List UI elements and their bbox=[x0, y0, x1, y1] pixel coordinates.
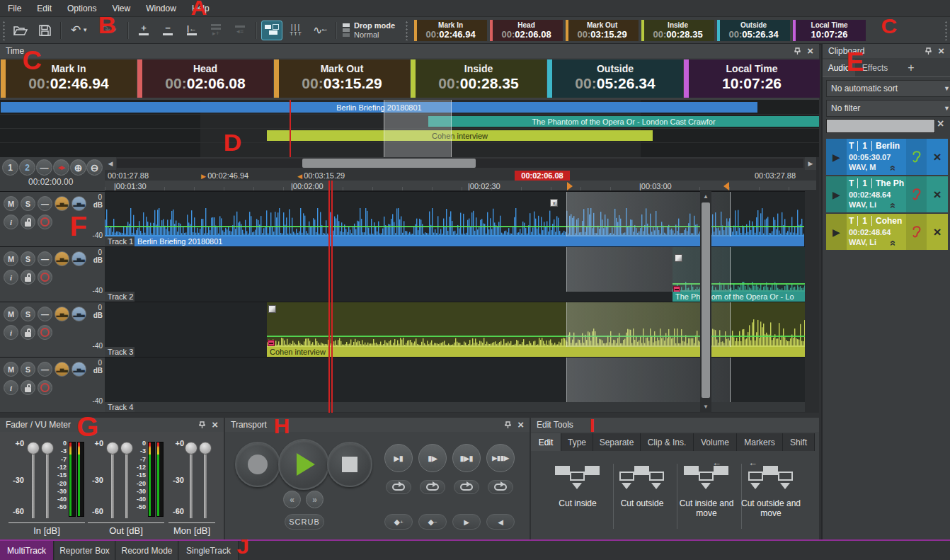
arrange-clips-button[interactable] bbox=[261, 21, 282, 40]
fader-in-left-track[interactable] bbox=[32, 447, 35, 518]
stop-button[interactable] bbox=[327, 442, 372, 487]
rewind-button[interactable]: « bbox=[283, 491, 301, 508]
fader-mon-left-knob[interactable] bbox=[185, 442, 198, 455]
play-selection-button[interactable]: ▮▶▮ bbox=[452, 444, 481, 472]
fader-mon-right-knob[interactable] bbox=[199, 442, 212, 455]
track4-solo-button[interactable]: S bbox=[21, 362, 35, 377]
clipboard-item-cohen[interactable]: ▶T1Cohen00:02:48.64WAV, Li«× bbox=[826, 214, 948, 250]
open-button[interactable] bbox=[10, 21, 31, 40]
remove-track-button[interactable]: − bbox=[157, 21, 178, 40]
track2-solo-button[interactable]: S bbox=[21, 251, 35, 266]
vscroll-up-button[interactable]: ▲ bbox=[700, 191, 711, 201]
track3-clip-handle[interactable] bbox=[268, 305, 276, 313]
clipboard-item-play-button[interactable]: ▶ bbox=[826, 176, 847, 212]
overview-clip-cohen[interactable]: Cohen interview bbox=[267, 130, 653, 141]
timeline-ruler[interactable]: |00:01:30 |00:02:00 |00:02:30 |00:03:00 bbox=[105, 181, 816, 191]
track1-mute-button[interactable]: M bbox=[4, 196, 18, 211]
clipboard-item-berlin[interactable]: ▶T1Berlin00:05:30.07WAV, M«× bbox=[826, 139, 948, 175]
tab-edit[interactable]: Edit bbox=[531, 433, 561, 451]
track1-record-arm-button[interactable] bbox=[38, 215, 52, 229]
prelisten-ear-button[interactable] bbox=[906, 214, 927, 250]
record-button[interactable] bbox=[235, 442, 280, 487]
pin-icon[interactable] bbox=[504, 421, 512, 429]
workspace-tab-multitrack[interactable]: MultiTrack bbox=[0, 541, 54, 560]
scroll-right-button[interactable]: ▶ bbox=[805, 157, 816, 170]
waveform-edit-button[interactable]: ∿✓ bbox=[309, 21, 331, 40]
pin-icon[interactable] bbox=[198, 421, 206, 429]
ungroup-clips-button[interactable]: ◂≡ bbox=[229, 21, 251, 40]
track3-clip-label[interactable]: Cohen interview bbox=[267, 347, 805, 357]
cut-outside-button[interactable]: Cut outside bbox=[610, 462, 675, 529]
overview-view-window[interactable] bbox=[384, 100, 452, 157]
add-marker-button[interactable]: ◆+ bbox=[384, 514, 413, 530]
prelisten-ear-button[interactable] bbox=[906, 139, 927, 175]
prev-marker-button[interactable]: ◀ bbox=[486, 514, 515, 530]
fader-in-left-knob[interactable] bbox=[27, 442, 40, 455]
track4-meter-post-icon[interactable]: ▂▅▃ bbox=[71, 362, 86, 377]
loop-3-button[interactable] bbox=[454, 480, 479, 494]
menu-edit[interactable]: Edit bbox=[29, 4, 59, 13]
clipboard-item-play-button[interactable]: ▶ bbox=[826, 139, 847, 175]
save-button[interactable] bbox=[34, 21, 55, 40]
track4-collapse-button[interactable]: — bbox=[38, 362, 52, 377]
tab-separate[interactable]: Separate bbox=[593, 433, 641, 451]
close-icon[interactable]: × bbox=[938, 47, 944, 55]
loop-2-button[interactable] bbox=[420, 480, 445, 494]
undo-button[interactable]: ↶▼ bbox=[66, 21, 93, 40]
move-to-start-button[interactable]: |← bbox=[181, 21, 202, 40]
add-track-button[interactable]: + bbox=[133, 21, 154, 40]
next-marker-button[interactable]: ▶ bbox=[452, 514, 481, 530]
play-button[interactable] bbox=[278, 439, 329, 490]
toolbar-grip[interactable] bbox=[405, 21, 409, 40]
zoom-preset-2-button[interactable]: 2 bbox=[19, 159, 35, 176]
track2-record-arm-button[interactable] bbox=[38, 270, 52, 285]
track2-clip-label[interactable]: The Phantom of the Opera Or - Lo bbox=[673, 292, 805, 302]
sort-dropdown[interactable]: No automatic sort▼ bbox=[826, 80, 950, 97]
group-clips-button[interactable]: ▸+ bbox=[205, 21, 227, 40]
zoom-out-icon[interactable]: ⊖ bbox=[86, 159, 103, 176]
track1-collapse-button[interactable]: — bbox=[38, 196, 52, 211]
fader-in-right-knob[interactable] bbox=[41, 442, 54, 455]
play-to-end-button[interactable]: ▶▮ bbox=[384, 444, 413, 472]
tab-shift[interactable]: Shift bbox=[783, 433, 815, 451]
close-icon[interactable]: × bbox=[212, 421, 218, 428]
workspace-tab-singletrack[interactable]: SingleTrack bbox=[179, 541, 239, 560]
filter-dropdown[interactable]: No filter▼ bbox=[826, 100, 950, 117]
mixer-button[interactable]: |||TTT bbox=[285, 21, 307, 40]
track3-mute-button[interactable]: M bbox=[4, 307, 18, 321]
track1-solo-button[interactable]: S bbox=[21, 196, 35, 211]
track3-meter-post-icon[interactable]: ▂▅▃ bbox=[71, 307, 86, 321]
track3-record-arm-button[interactable] bbox=[38, 325, 52, 340]
expand-chevrons-icon[interactable]: « bbox=[891, 237, 896, 249]
track1-info-button[interactable]: i bbox=[4, 215, 18, 229]
vscroll-down-button[interactable]: ▼ bbox=[700, 400, 711, 413]
scrub-button[interactable]: SCRUB bbox=[285, 514, 324, 530]
tab-type[interactable]: Type bbox=[561, 433, 593, 451]
close-icon[interactable]: × bbox=[807, 47, 813, 55]
track4-name[interactable]: Track 4 bbox=[105, 402, 135, 412]
loop-1-button[interactable] bbox=[386, 480, 411, 494]
loop-4-button[interactable] bbox=[488, 480, 513, 494]
remove-marker-button[interactable]: ◆− bbox=[418, 514, 447, 530]
cut-outside-and-move-button[interactable]: ← Cut outside and move bbox=[738, 462, 803, 529]
toolbar-grip[interactable] bbox=[944, 21, 949, 40]
track2-meter-post-icon[interactable]: ▂▅▃ bbox=[71, 251, 86, 266]
clipboard-item-remove-button[interactable]: × bbox=[927, 176, 948, 212]
track1-name[interactable]: Track 1 bbox=[105, 236, 135, 246]
track1-lock-button[interactable] bbox=[21, 215, 35, 229]
tab-clip-ins[interactable]: Clip & Ins. bbox=[641, 433, 694, 451]
menu-file[interactable]: File bbox=[0, 4, 29, 13]
workspace-tab-record-mode[interactable]: Record Mode bbox=[116, 541, 178, 560]
zoom-in-icon[interactable]: ⊕ bbox=[70, 159, 86, 176]
track3-collapse-button[interactable]: — bbox=[38, 307, 52, 321]
scroll-left-button[interactable]: ◀ bbox=[105, 157, 116, 170]
track2-mute-button[interactable]: M bbox=[4, 251, 18, 266]
track3-lock-button[interactable] bbox=[21, 325, 35, 340]
clear-search-icon[interactable]: × bbox=[937, 118, 944, 130]
track2-name[interactable]: Track 2 bbox=[105, 292, 135, 302]
track4-info-button[interactable]: i bbox=[4, 380, 18, 395]
drop-mode-control[interactable]: Drop mode Normal bbox=[343, 21, 395, 40]
forward-button[interactable]: » bbox=[306, 491, 324, 508]
fader-out-left-knob[interactable] bbox=[106, 442, 119, 455]
track4-mute-button[interactable]: M bbox=[4, 362, 18, 377]
